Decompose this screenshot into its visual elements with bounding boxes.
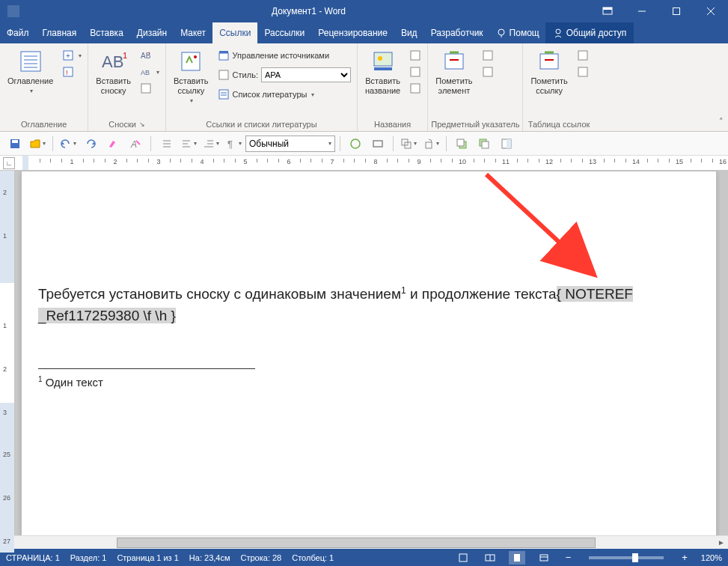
toc-button[interactable]: Оглавление▾	[3, 48, 58, 95]
page[interactable]: Требуется установить сноску с одинаковым…	[21, 171, 717, 535]
undo-button[interactable]: ▾	[58, 134, 79, 153]
status-page[interactable]: СТРАНИЦА: 1	[6, 553, 60, 562]
body-text-1[interactable]: Требуется установить сноску с одинаковым…	[38, 286, 401, 302]
svg-rect-33	[374, 52, 392, 66]
insert-citation-button[interactable]: Вставить ссылку▾	[169, 48, 213, 105]
back-icon	[478, 138, 490, 150]
vertical-ruler[interactable]: 21123252627	[0, 171, 15, 535]
shape-circle-button[interactable]	[345, 134, 366, 153]
selection-pane-button[interactable]	[496, 134, 517, 153]
svg-text:AB: AB	[102, 52, 123, 71]
clear-format-button[interactable]: A	[125, 134, 146, 153]
cross-ref-button[interactable]	[406, 81, 424, 96]
status-section[interactable]: Раздел: 1	[70, 553, 107, 562]
status-line[interactable]: Строка: 28	[241, 553, 282, 562]
next-footnote-button[interactable]: AB▾	[137, 64, 162, 79]
tell-me[interactable]: Помощ	[490, 22, 545, 43]
status-column[interactable]: Столбец: 1	[292, 553, 334, 562]
zoom-slider[interactable]	[589, 556, 664, 559]
toc-icon	[19, 48, 43, 75]
update-toc-button[interactable]: !	[59, 64, 85, 79]
para-spacing-button[interactable]	[156, 134, 177, 153]
mark-citation-icon	[537, 48, 561, 75]
document-scroll[interactable]: Требуется установить сноску с одинаковым…	[15, 171, 728, 535]
svg-rect-17	[64, 67, 73, 76]
svg-rect-47	[578, 51, 587, 60]
print-layout-button[interactable]	[509, 551, 525, 565]
page-content[interactable]: Требуется установить сноску с одинаковым…	[22, 171, 716, 392]
read-mode-button[interactable]	[482, 551, 498, 565]
collapse-ribbon-button[interactable]: ˄	[719, 117, 724, 127]
insert-index-button[interactable]	[479, 48, 497, 63]
svg-rect-68	[457, 139, 464, 146]
insert-caption-button[interactable]: Вставить название	[361, 48, 405, 96]
close-button[interactable]	[694, 0, 728, 22]
tab-selector[interactable]: ∟	[3, 157, 15, 169]
add-text-button[interactable]: +▾	[59, 48, 85, 63]
footnote-1[interactable]: 1 Один текст	[38, 374, 703, 392]
open-button[interactable]: ▾	[27, 134, 48, 153]
svg-text:!: !	[66, 69, 68, 76]
footnote-ref-1[interactable]: 1	[401, 285, 406, 296]
rotate-button[interactable]: ▾	[420, 134, 441, 153]
zoom-level[interactable]: 120%	[701, 553, 722, 562]
ribbon-display-options[interactable]	[590, 7, 625, 16]
tab-layout[interactable]: Макет	[174, 22, 212, 43]
footnote-text[interactable]: Один текст	[43, 376, 103, 389]
tab-home[interactable]: Главная	[36, 22, 84, 43]
horizontal-scrollbar[interactable]: ◄ ►	[0, 535, 728, 549]
citation-style-combo[interactable]: APA	[261, 67, 351, 82]
bibliography-button[interactable]: Список литературы▾	[215, 87, 354, 102]
tab-view[interactable]: Вид	[394, 22, 424, 43]
share-button[interactable]: Общий доступ	[545, 22, 634, 43]
macro-rec-button[interactable]	[455, 551, 471, 565]
update-toa-button[interactable]	[574, 64, 592, 79]
svg-text:A: A	[130, 139, 137, 150]
align-button[interactable]: ▾	[178, 134, 199, 153]
scroll-right-button[interactable]: ►	[715, 537, 728, 549]
tab-file[interactable]: Файл	[0, 22, 36, 43]
show-notes-button[interactable]	[137, 81, 162, 96]
style-combo[interactable]: Обычный▾	[245, 136, 335, 152]
insert-endnote-button[interactable]: ABi	[137, 48, 162, 63]
redo-button[interactable]	[80, 134, 101, 153]
scroll-track[interactable]	[27, 537, 701, 549]
tab-insert[interactable]: Вставка	[83, 22, 130, 43]
save-button[interactable]	[4, 134, 25, 153]
body-text-2[interactable]: и продолжение текста	[406, 286, 557, 302]
tab-mailings[interactable]: Рассылки	[257, 22, 311, 43]
tab-review[interactable]: Рецензирование	[311, 22, 394, 43]
highlight-button[interactable]	[103, 134, 123, 153]
bring-front-button[interactable]	[451, 134, 472, 153]
maximize-button[interactable]	[659, 0, 694, 22]
tab-references[interactable]: Ссылки	[212, 22, 257, 43]
status-page-of[interactable]: Страница 1 из 1	[117, 553, 178, 562]
para-mark-button[interactable]: ¶▾	[223, 134, 244, 153]
manage-sources-button[interactable]: Управление источниками	[215, 48, 354, 63]
group-button[interactable]: ▾	[398, 134, 419, 153]
indent-icon	[203, 138, 215, 150]
tab-developer[interactable]: Разработчик	[424, 22, 490, 43]
zoom-in-button[interactable]: +	[679, 552, 691, 563]
zoom-thumb[interactable]	[632, 553, 638, 562]
tab-design[interactable]: Дизайн	[130, 22, 174, 43]
shape-rect-button[interactable]	[367, 134, 388, 153]
insert-toa-button[interactable]	[574, 48, 592, 63]
indent-button[interactable]: ▾	[201, 134, 221, 153]
svg-text:AB: AB	[141, 69, 150, 76]
send-back-button[interactable]	[474, 134, 495, 153]
status-at[interactable]: На: 23,4см	[189, 553, 230, 562]
web-layout-button[interactable]	[536, 551, 552, 565]
svg-rect-78	[540, 555, 548, 561]
insert-footnote-button[interactable]: AB1 Вставить сноску	[91, 48, 135, 96]
zoom-out-button[interactable]: −	[563, 552, 575, 563]
update-index-button[interactable]	[479, 64, 497, 79]
footnotes-launcher[interactable]: ↘	[139, 121, 145, 128]
mark-entry-button[interactable]: Пометить элемент	[431, 48, 477, 96]
insert-tof-button[interactable]	[406, 48, 424, 63]
scroll-thumb[interactable]	[117, 538, 596, 548]
update-tof-button[interactable]	[406, 64, 424, 79]
mark-citation-button[interactable]: Пометить ссылку	[526, 48, 572, 96]
minimize-button[interactable]	[625, 0, 659, 22]
horizontal-ruler[interactable]: ∟ 12345678910111213141516	[0, 156, 728, 171]
